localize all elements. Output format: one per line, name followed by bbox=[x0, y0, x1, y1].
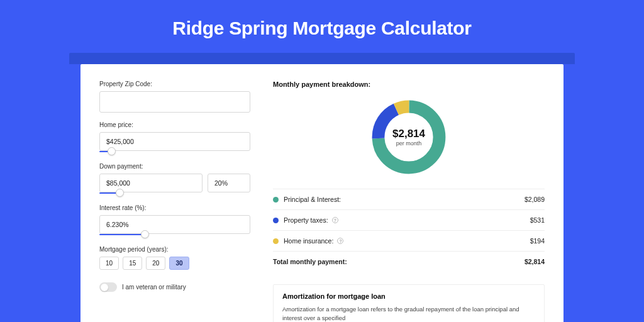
period-button-30[interactable]: 30 bbox=[169, 257, 189, 270]
help-icon[interactable]: ? bbox=[332, 217, 338, 223]
period-button-10[interactable]: 10 bbox=[99, 257, 119, 270]
period-button-20[interactable]: 20 bbox=[146, 257, 165, 270]
zip-label: Property Zip Code: bbox=[99, 80, 250, 87]
help-icon[interactable]: ? bbox=[337, 238, 343, 244]
interest-rate-label: Interest rate (%): bbox=[99, 204, 250, 211]
total-label: Total monthly payment: bbox=[273, 258, 347, 265]
veteran-toggle[interactable] bbox=[99, 282, 117, 292]
veteran-label: I am veteran or military bbox=[122, 284, 186, 291]
legend-value: $531 bbox=[530, 216, 545, 224]
total-value: $2,814 bbox=[525, 258, 545, 265]
legend-row: Property taxes:?$531 bbox=[273, 210, 545, 231]
period-label: Mortgage period (years): bbox=[99, 246, 250, 253]
legend-dot-icon bbox=[273, 238, 279, 244]
amortization-text: Amortization for a mortgage loan refers … bbox=[282, 305, 535, 322]
calculator-card: Property Zip Code: Home price: Down paym… bbox=[80, 64, 564, 322]
breakdown-title: Monthly payment breakdown: bbox=[273, 80, 545, 88]
legend-dot-icon bbox=[273, 197, 279, 203]
breakdown-panel: Monthly payment breakdown: $2,814 per mo… bbox=[273, 80, 545, 322]
legend-label: Principal & Interest: bbox=[284, 196, 341, 203]
down-payment-input[interactable] bbox=[99, 174, 203, 192]
legend: Principal & Interest:$2,089Property taxe… bbox=[273, 189, 545, 272]
amortization-section: Amortization for mortgage loan Amortizat… bbox=[273, 284, 545, 322]
period-group: 10152030 bbox=[99, 257, 250, 270]
interest-rate-input[interactable] bbox=[99, 215, 250, 234]
legend-label: Home insurance:? bbox=[284, 237, 343, 245]
home-price-slider[interactable] bbox=[99, 150, 250, 154]
amortization-title: Amortization for mortgage loan bbox=[282, 292, 535, 300]
down-payment-slider[interactable] bbox=[99, 192, 200, 196]
legend-row: Home insurance:?$194 bbox=[273, 231, 545, 252]
home-price-label: Home price: bbox=[99, 121, 250, 128]
home-price-input[interactable] bbox=[99, 132, 250, 151]
donut-amount: $2,814 bbox=[392, 128, 425, 140]
zip-input[interactable] bbox=[99, 91, 250, 113]
down-payment-pct-input[interactable] bbox=[208, 174, 250, 192]
legend-value: $2,089 bbox=[525, 196, 545, 203]
period-button-15[interactable]: 15 bbox=[123, 257, 142, 270]
payment-donut-chart: $2,814 per month bbox=[369, 97, 449, 177]
legend-dot-icon bbox=[273, 218, 279, 223]
header-banner bbox=[69, 53, 575, 64]
donut-sub: per month bbox=[396, 140, 422, 147]
form-panel: Property Zip Code: Home price: Down paym… bbox=[99, 80, 250, 322]
page-title: Ridge Spring Mortgage Calculator bbox=[0, 0, 644, 53]
legend-total-row: Total monthly payment:$2,814 bbox=[273, 252, 545, 272]
interest-rate-slider[interactable] bbox=[99, 233, 250, 237]
legend-row: Principal & Interest:$2,089 bbox=[273, 189, 545, 210]
down-payment-label: Down payment: bbox=[99, 163, 250, 170]
legend-label: Property taxes:? bbox=[284, 216, 338, 224]
legend-value: $194 bbox=[530, 237, 545, 245]
